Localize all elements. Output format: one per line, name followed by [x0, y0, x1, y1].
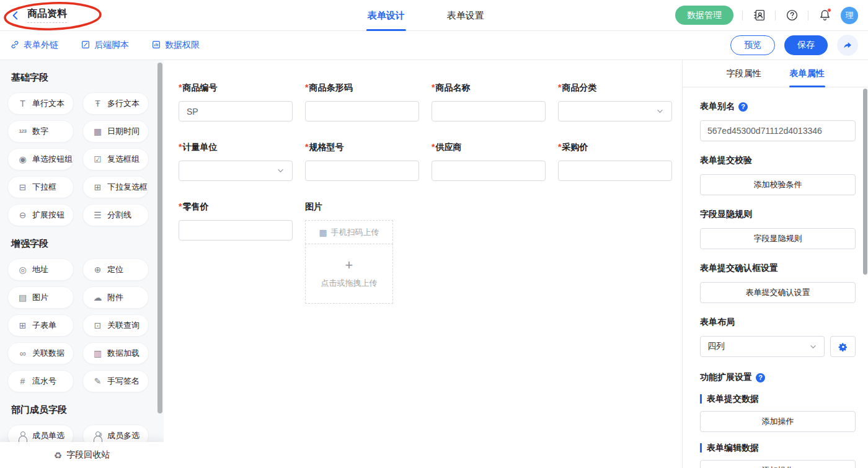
form-title[interactable]: 商品资料	[27, 7, 67, 23]
field-input[interactable]: SP	[179, 101, 293, 121]
field-input[interactable]	[432, 161, 546, 181]
field-item-divider[interactable]: ☰分割线	[82, 204, 149, 226]
field-input[interactable]	[179, 220, 293, 241]
field-item-label: 多行文本	[107, 98, 140, 109]
panel-tab-表单属性[interactable]: 表单属性	[790, 60, 825, 87]
canvas-field-商品名称[interactable]: *商品名称	[432, 82, 546, 121]
panel-section-title: 表单提交校验	[700, 155, 856, 166]
field-item-data-load[interactable]: ▥数据加载	[82, 342, 149, 364]
field-item-signature[interactable]: ✎手写签名	[82, 370, 149, 392]
field-item-label: 下拉复选框	[107, 182, 148, 193]
divider-icon: ☰	[92, 211, 103, 219]
bell-icon[interactable]	[817, 8, 832, 23]
canvas-field-图片[interactable]: 图片▦手机扫码上传+点击或拖拽上传	[305, 201, 419, 304]
field-select[interactable]	[558, 101, 672, 121]
drag-upload-area[interactable]: +点击或拖拽上传	[305, 244, 393, 304]
field-item-select[interactable]: ⊟下拉框	[7, 176, 74, 198]
form-layout-select[interactable]: 四列	[700, 336, 825, 357]
back-icon[interactable]	[10, 10, 21, 21]
panel-section-title-text: 表单布局	[700, 317, 735, 328]
form-toolbar: 表单外链后端脚本数据权限 预览 保存	[0, 31, 868, 60]
canvas-field-规格型号[interactable]: *规格型号	[305, 142, 419, 181]
field-item-multi-select[interactable]: ⊞下拉复选框	[82, 176, 149, 198]
添加操作-button[interactable]: 添加操作	[700, 411, 856, 432]
address-book-icon[interactable]	[751, 8, 766, 23]
required-asterisk: *	[179, 142, 182, 152]
field-item-attachment[interactable]: ☁附件	[82, 286, 149, 309]
panel-scrollbar-thumb[interactable]	[863, 89, 867, 275]
field-input[interactable]	[432, 101, 546, 121]
toolbar-link-数据权限[interactable]: 数据权限	[151, 40, 200, 51]
panel-section-title: 表单布局	[700, 317, 856, 328]
field-item-label: 单行文本	[32, 98, 64, 109]
field-item-location[interactable]: ⊕定位	[82, 258, 149, 281]
tab-表单设置[interactable]: 表单设置	[447, 0, 484, 31]
save-button[interactable]: 保存	[784, 35, 828, 55]
field-item-checkbox-group[interactable]: ☑复选框组	[82, 148, 149, 170]
sidebar-scrollbar-thumb[interactable]	[157, 63, 162, 413]
help-icon[interactable]	[784, 8, 799, 23]
toolbar-link-后端脚本[interactable]: 后端脚本	[81, 40, 129, 51]
field-item-subform[interactable]: ⊞子表单	[7, 314, 74, 337]
toolbar-link-表单外链[interactable]: 表单外链	[10, 40, 58, 51]
tab-表单设计[interactable]: 表单设计	[368, 0, 405, 31]
field-recycle-bin[interactable]: ♻ 字段回收站	[0, 442, 164, 468]
field-item-extend-button[interactable]: ⊖扩展按钮	[7, 204, 74, 226]
panel-subsection-title: 表单提交数据	[700, 394, 856, 404]
required-asterisk: *	[179, 82, 182, 92]
field-input[interactable]	[558, 161, 672, 181]
app-header: 商品资料 表单设计表单设置 数据管理 理	[0, 0, 868, 31]
field-item-link-query[interactable]: ⊡关联查询	[82, 314, 149, 337]
qr-code-icon: ▦	[319, 228, 327, 237]
help-icon[interactable]: ?	[738, 102, 748, 112]
field-item-address[interactable]: ◎地址	[7, 258, 74, 281]
field-item-single-line-text[interactable]: T单行文本	[7, 92, 74, 115]
data-permission-icon	[151, 40, 161, 51]
canvas-field-商品分类[interactable]: *商品分类	[558, 82, 672, 121]
字段显隐规则-button[interactable]: 字段显隐规则	[700, 228, 856, 249]
添加操作-button[interactable]: 添加操作	[700, 460, 856, 468]
canvas-field-零售价[interactable]: *零售价	[179, 201, 293, 241]
panel-section-title: 表单提交确认框设置	[700, 263, 856, 274]
field-input[interactable]	[305, 161, 419, 181]
添加校验条件-button[interactable]: 添加校验条件	[700, 174, 856, 195]
layout-settings-button[interactable]	[830, 336, 856, 357]
field-label: *规格型号	[305, 142, 419, 153]
datetime-icon: ▦	[92, 127, 103, 136]
avatar[interactable]: 理	[841, 7, 858, 24]
form-layout-row: 四列	[700, 336, 856, 357]
field-item-label: 附件	[107, 292, 123, 303]
panel-tab-字段属性[interactable]: 字段属性	[727, 60, 761, 87]
chevron-down-icon	[809, 343, 817, 351]
form-alias-input[interactable]: 567ed45300d71112d4013346	[700, 120, 856, 141]
help-icon[interactable]: ?	[756, 373, 765, 382]
scan-upload-button[interactable]: ▦手机扫码上传	[305, 220, 393, 244]
canvas-field-计量单位[interactable]: *计量单位	[179, 142, 293, 181]
drag-upload-label: 点击或拖拽上传	[321, 278, 378, 289]
canvas-field-采购价[interactable]: *采购价	[558, 142, 672, 181]
field-item-label: 手写签名	[107, 376, 140, 387]
field-item-serial-number[interactable]: #流水号	[7, 370, 74, 392]
field-item-number[interactable]: 123数字	[7, 120, 74, 143]
preview-button[interactable]: 预览	[730, 35, 775, 55]
field-item-image[interactable]: ▤图片	[7, 286, 74, 309]
share-button[interactable]	[837, 35, 858, 56]
canvas-field-供应商[interactable]: *供应商	[432, 142, 546, 181]
表单提交确认设置-button[interactable]: 表单提交确认设置	[700, 282, 856, 303]
toolbar-link-label: 后端脚本	[94, 40, 129, 51]
field-label: *商品编号	[179, 82, 293, 94]
canvas-field-商品条形码[interactable]: *商品条形码	[305, 82, 419, 121]
layout-select-value: 四列	[707, 341, 725, 352]
field-input[interactable]	[305, 101, 419, 121]
field-item-link-data[interactable]: ∞关联数据	[7, 342, 74, 364]
required-asterisk: *	[179, 201, 182, 211]
canvas-field-商品编号[interactable]: *商品编号SP	[179, 82, 293, 121]
data-manage-button[interactable]: 数据管理	[675, 6, 733, 25]
panel-section-title: 表单别名?	[700, 101, 856, 112]
section-title: 部门成员字段	[11, 404, 153, 416]
field-select[interactable]	[179, 161, 293, 181]
field-item-multi-line-text[interactable]: Ŧ多行文本	[82, 92, 149, 115]
field-item-radio-group[interactable]: ◉单选按钮组	[7, 148, 74, 170]
field-label: *商品条形码	[305, 82, 419, 94]
field-item-datetime[interactable]: ▦日期时间	[82, 120, 149, 143]
